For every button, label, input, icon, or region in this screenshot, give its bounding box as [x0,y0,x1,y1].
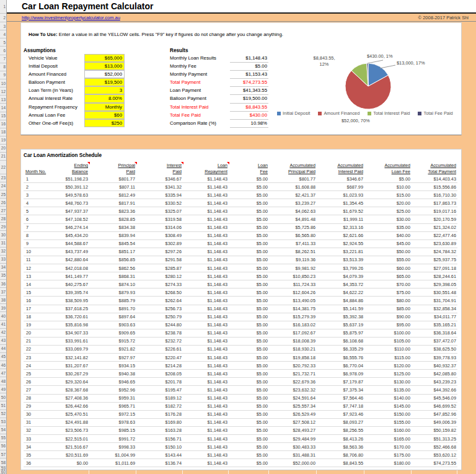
month-cell: 5 [24,207,61,215]
value-cell: $17,092.67 [269,329,317,337]
value-cell: $291.58 [136,256,183,264]
value-cell: $915.72 [89,338,136,345]
result-row: Loan Payment$41,343.55 [21,87,306,95]
value-cell: $48,760.73 [61,199,89,207]
value-cell: $150.00 [364,411,412,418]
column-header: PrincipalPaid [89,161,136,175]
value-cell: $214.28 [136,362,183,369]
value-cell: $8,262.51 [269,248,317,256]
schedule-row: 10$43,737.49$851.17$297.26$1,148.43$5.00… [24,248,457,256]
value-cell: $5,392.38 [317,313,364,321]
month-cell: 26 [24,378,61,385]
value-cell: $8,563.36 [317,443,364,450]
month-cell: 4 [24,199,61,207]
row-number: 16 [0,120,6,128]
column-header-line1: Accumulated [412,163,456,169]
month-cell: 31 [24,419,61,426]
column-header-line1: Ending [61,163,88,169]
value-cell: $6,555.76 [317,354,364,361]
value-cell: $201.78 [136,378,183,385]
value-cell: $5.00 [229,403,269,410]
value-cell: $319.58 [136,215,183,223]
schedule-row: 1$51,198.23$801.77$346.67$1,148.43$5.00$… [24,175,457,183]
row-number: 47 [0,369,6,377]
value-cell: $16,710.30 [412,191,457,199]
column-header-line2: Total Payment [412,169,456,175]
value-cell: $232.72 [136,338,183,345]
value-cell: $35,816.98 [61,321,89,329]
value-cell: $100.00 [364,329,412,337]
value-cell: $40,932.37 [412,362,457,369]
month-cell: 1 [24,175,61,182]
value-cell: $42,085.80 [412,370,457,377]
value-cell: $155.00 [364,419,412,426]
legend-swatch [277,112,281,115]
column-header-line1: Accumulated [364,163,410,169]
schedule-row: 28$27,408.36$959.31$189.12$1,148.43$5.00… [24,395,457,403]
value-cell: $897.64 [89,313,136,321]
value-cell: $1,148.43 [183,395,229,402]
value-cell: $39,395.74 [61,288,89,296]
value-cell: $1,148.43 [183,459,229,467]
row-number: 37 [0,288,6,296]
month-cell: 23 [24,354,61,361]
result-value-cell: $8,843.55 [230,104,268,112]
value-cell: $856.85 [89,256,136,264]
schedule-row: 13$41,149.77$868.31$280.12$1,148.43$5.00… [24,272,457,280]
value-cell: $7,923.46 [317,411,364,418]
result-row: Total Fee Paid$430.00 [21,112,306,120]
result-value-cell: $74,273.55 [230,79,268,87]
value-cell: $817.91 [89,199,136,207]
value-cell: $182.72 [136,403,183,410]
column-header-line2: Repayment [183,169,227,175]
value-cell: $5.00 [229,362,269,369]
results-rows: Monthly Loan Results$1,148.43Monthly Fee… [21,55,306,128]
row-number: 19 [0,136,6,145]
schedule-row: 17$37,618.25$891.70$256.73$1,148.43$5.00… [24,305,457,313]
value-cell: $845.54 [89,240,136,248]
result-row: Monthly Payment$1,153.43 [21,71,306,79]
value-cell: $27,508.12 [269,419,317,426]
value-cell: $43,239.23 [412,378,457,385]
value-cell: $3,239.27 [269,199,317,207]
column-header: Month No. [24,161,61,175]
result-label: Balloon Payment [170,96,206,101]
value-cell: $1,148.43 [183,354,229,361]
schedule-rows: 1$51,198.23$801.77$346.67$1,148.43$5.00$… [24,175,457,467]
value-cell: $70.00 [364,280,412,288]
pie-label-amount-financed: $52,000, 70% [342,118,370,123]
legend-label: Total Fee Paid [423,110,452,116]
value-cell: $60.00 [364,264,412,272]
value-cell: $1,004.99 [89,451,136,458]
row-number: 12 [0,87,6,96]
value-cell: $7,747.18 [317,403,364,410]
value-cell: $5.00 [229,305,269,313]
row-number: 28 [0,215,6,223]
site-link[interactable]: http://www.investmentpropertycalculator.… [22,15,120,20]
value-cell: $823.36 [89,207,136,215]
value-cell: $940.38 [89,370,136,377]
value-cell: $15,556.86 [412,183,457,190]
value-cell: $15,279.39 [269,313,317,321]
value-cell: $150.10 [136,443,183,450]
value-cell: $5.00 [229,329,269,337]
row-number: 38 [0,296,6,304]
results-title: Results [170,48,188,53]
schedule-row: 6$47,108.52$828.85$319.58$1,148.43$5.00$… [24,215,457,223]
value-cell: $15.00 [364,191,412,199]
schedule-row: 25$30,267.29$940.38$208.05$1,148.43$5.00… [24,370,457,378]
month-cell: 2 [24,183,61,190]
result-label: Total Interest Paid [170,104,208,110]
value-cell: $5.00 [229,288,269,296]
value-cell: $280.12 [136,272,183,280]
value-cell: $927.97 [89,354,136,361]
column-header-line1: Accumulated [317,163,363,169]
column-header: LoanFee [229,161,269,175]
value-cell: $5.00 [229,248,269,256]
value-cell: $23,632.32 [269,386,317,393]
value-cell: $55.00 [364,256,412,264]
value-cell: $946.65 [89,378,136,385]
schedule-row: 31$24,491.88$978.63$169.80$1,148.43$5.00… [24,419,457,427]
month-cell: 29 [24,403,61,410]
row-number-gutter: 1234567891012131415161819202122232425262… [0,0,7,474]
